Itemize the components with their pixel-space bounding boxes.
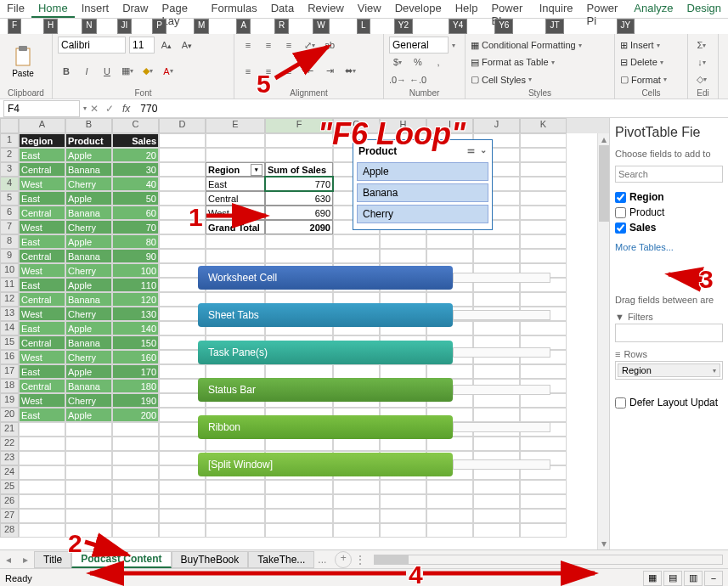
select-all-corner[interactable] (0, 118, 19, 133)
cell[interactable] (520, 162, 567, 177)
cell[interactable] (159, 148, 206, 162)
cell[interactable] (473, 494, 520, 509)
cell[interactable] (19, 494, 65, 509)
cell[interactable]: Apple (65, 234, 112, 249)
cell[interactable] (520, 191, 567, 206)
cell[interactable] (520, 206, 567, 220)
row-header[interactable]: 13 (0, 307, 19, 321)
view-page-layout-icon[interactable]: ▤ (663, 571, 682, 586)
cell[interactable]: Central (19, 292, 65, 307)
cell[interactable] (520, 523, 567, 538)
cell[interactable]: Banana (65, 335, 112, 350)
cell[interactable] (206, 364, 265, 379)
cell[interactable] (520, 148, 567, 162)
cell[interactable]: Banana (65, 249, 112, 263)
cell[interactable] (206, 480, 265, 494)
tab-file[interactable]: File (0, 0, 31, 18)
cell[interactable] (159, 249, 206, 263)
cell[interactable]: Cherry (65, 350, 112, 364)
cell[interactable] (112, 422, 159, 437)
cell[interactable] (65, 480, 112, 494)
tab-review[interactable]: Review (301, 0, 351, 18)
row-header[interactable]: 14 (0, 321, 19, 335)
hscroll-thumb[interactable] (375, 555, 409, 564)
tab-developer[interactable]: Develope (388, 0, 449, 18)
enter-icon[interactable]: ✓ (105, 103, 114, 115)
row-header[interactable]: 23 (0, 451, 19, 465)
cell[interactable]: 770 (265, 177, 333, 191)
cell[interactable]: Banana (65, 162, 112, 177)
row-header[interactable]: 6 (0, 206, 19, 220)
cell[interactable]: Apple (65, 191, 112, 206)
currency-icon[interactable]: $▾ (389, 54, 406, 70)
cell[interactable] (265, 249, 333, 263)
filters-drop-area[interactable] (615, 324, 723, 342)
cell[interactable]: West (206, 206, 265, 220)
cell[interactable]: 170 (112, 364, 159, 379)
field-check-region[interactable]: Region (615, 191, 723, 203)
cell[interactable]: 2090 (265, 220, 333, 234)
cell[interactable] (159, 133, 206, 148)
cell[interactable]: Cherry (65, 220, 112, 234)
cell[interactable]: East (19, 191, 65, 206)
tab-design[interactable]: Design (680, 0, 728, 18)
cell[interactable] (206, 234, 265, 249)
sheet-tab-podcast-content[interactable]: Podcast Content (71, 551, 171, 568)
cell[interactable] (206, 249, 265, 263)
field-check-product[interactable]: Product (615, 206, 723, 218)
cell[interactable] (380, 480, 426, 494)
clear-icon[interactable]: ◇▾ (693, 71, 710, 88)
bold-button[interactable]: B (58, 63, 75, 80)
cell[interactable] (19, 523, 65, 538)
row-header[interactable]: 2 (0, 148, 19, 162)
cell[interactable] (19, 422, 65, 437)
cell[interactable] (426, 364, 473, 379)
cell[interactable]: Sum of Sales (265, 162, 333, 177)
col-h[interactable]: H (380, 118, 426, 133)
slicer-item-apple[interactable]: Apple (357, 162, 488, 181)
scroll-down-icon[interactable]: ▾ (598, 538, 609, 549)
row-header[interactable]: 28 (0, 523, 19, 538)
cell[interactable]: Central (19, 379, 65, 393)
cell[interactable] (112, 480, 159, 494)
cell[interactable]: 130 (112, 307, 159, 321)
cell[interactable] (265, 148, 333, 162)
cell[interactable]: Central (206, 191, 265, 206)
format-cells-button[interactable]: ▢Format▾ (620, 71, 682, 88)
cell[interactable] (333, 509, 380, 523)
cell[interactable] (520, 249, 567, 263)
tab-inquire[interactable]: Inquire (533, 0, 580, 18)
chevron-down-icon[interactable]: ▾ (713, 367, 716, 375)
tab-view[interactable]: View (351, 0, 388, 18)
cell[interactable] (159, 509, 206, 523)
cell[interactable] (112, 451, 159, 465)
field-search-input[interactable] (615, 166, 723, 183)
defer-layout-check[interactable]: Defer Layout Updat (615, 397, 723, 409)
font-color-button[interactable]: A▾ (160, 63, 177, 80)
cell[interactable]: 140 (112, 321, 159, 335)
smartart-task-panes[interactable]: Task Pane(s) (198, 341, 550, 364)
underline-button[interactable]: U (99, 63, 116, 80)
smartart-sheet-tabs[interactable]: Sheet Tabs (198, 303, 550, 327)
cell[interactable] (159, 523, 206, 538)
tab-analyze[interactable]: Analyze (627, 0, 680, 18)
cell[interactable] (426, 523, 473, 538)
decrease-indent-icon[interactable]: ⇤ (301, 63, 318, 80)
cell[interactable]: Central (19, 249, 65, 263)
defer-checkbox[interactable] (615, 397, 626, 409)
cell[interactable]: East (19, 234, 65, 249)
cell[interactable]: East (19, 278, 65, 292)
row-header[interactable]: 20 (0, 408, 19, 422)
field-checkbox-region[interactable] (615, 192, 626, 203)
increase-decimal-icon[interactable]: .0→ (389, 71, 406, 88)
tab-nav-prev-icon[interactable]: ◂ (0, 554, 17, 566)
cell[interactable]: 20 (112, 148, 159, 162)
cell[interactable]: 690 (265, 206, 333, 220)
cell[interactable] (473, 364, 520, 379)
cell[interactable] (473, 234, 520, 249)
grid[interactable]: 1RegionProductSales2EastApple203CentralB… (0, 133, 609, 538)
align-bottom-icon[interactable]: ≡ (280, 37, 297, 54)
cell[interactable] (333, 249, 380, 263)
tab-home[interactable]: Home (31, 0, 75, 18)
row-header[interactable]: 24 (0, 465, 19, 480)
